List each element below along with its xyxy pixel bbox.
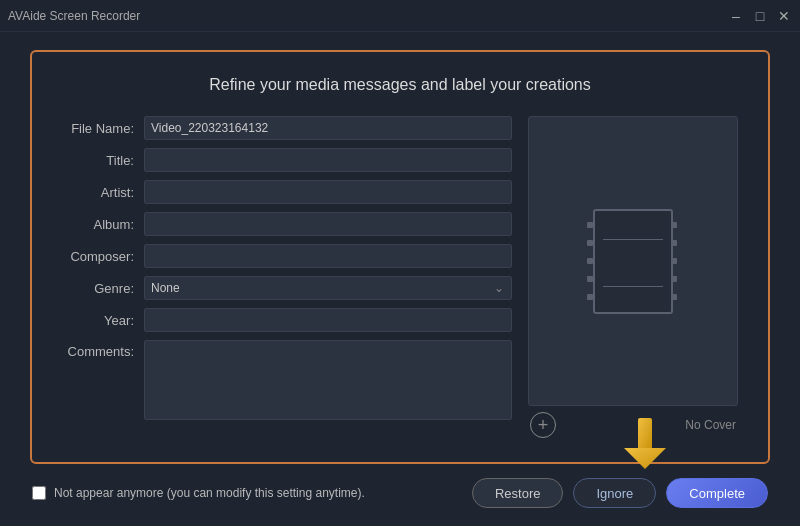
- close-button[interactable]: ✕: [776, 8, 792, 24]
- genre-select-wrapper: None ⌄: [144, 276, 512, 300]
- film-hole: [587, 294, 593, 300]
- genre-label: Genre:: [62, 281, 144, 296]
- comments-row: Comments:: [62, 340, 512, 438]
- not-appear-label: Not appear anymore (you can modify this …: [54, 486, 365, 500]
- artist-row: Artist:: [62, 180, 512, 204]
- artist-input[interactable]: [144, 180, 512, 204]
- main-content: Refine your media messages and label you…: [0, 32, 800, 526]
- title-row: Title:: [62, 148, 512, 172]
- form-area: File Name: Title: Artist: Album:: [62, 116, 738, 438]
- bottom-bar: Not appear anymore (you can modify this …: [30, 478, 770, 508]
- cover-art-box: [528, 116, 738, 406]
- checkbox-area: Not appear anymore (you can modify this …: [32, 486, 365, 500]
- add-cover-button[interactable]: +: [530, 412, 556, 438]
- film-hole: [671, 258, 677, 264]
- arrow-indicator: [620, 416, 670, 474]
- restore-button[interactable]: Restore: [472, 478, 564, 508]
- album-input[interactable]: [144, 212, 512, 236]
- title-input[interactable]: [144, 148, 512, 172]
- year-input[interactable]: [144, 308, 512, 332]
- filename-row: File Name:: [62, 116, 512, 140]
- comments-textarea[interactable]: [144, 340, 512, 420]
- film-hole: [587, 276, 593, 282]
- composer-row: Composer:: [62, 244, 512, 268]
- title-bar: AVAide Screen Recorder – □ ✕: [0, 0, 800, 32]
- comments-label: Comments:: [62, 340, 144, 359]
- album-label: Album:: [62, 217, 144, 232]
- film-notch-left: [587, 211, 595, 312]
- metadata-card: Refine your media messages and label you…: [30, 50, 770, 464]
- genre-row: Genre: None ⌄: [62, 276, 512, 300]
- film-hole: [671, 222, 677, 228]
- app-title: AVAide Screen Recorder: [8, 9, 140, 23]
- card-title: Refine your media messages and label you…: [62, 76, 738, 94]
- genre-select[interactable]: None: [144, 276, 512, 300]
- film-hole: [587, 258, 593, 264]
- film-hole: [587, 222, 593, 228]
- film-hole: [671, 294, 677, 300]
- composer-label: Composer:: [62, 249, 144, 264]
- not-appear-checkbox[interactable]: [32, 486, 46, 500]
- arrow-down-icon: [620, 416, 670, 471]
- film-strip: [593, 209, 673, 314]
- svg-rect-0: [638, 418, 652, 450]
- complete-button[interactable]: Complete: [666, 478, 768, 508]
- form-right: + No Cover: [528, 116, 738, 438]
- button-group: Restore Ignore Complete: [472, 478, 768, 508]
- cover-art-icon: [583, 201, 683, 321]
- title-bar-controls: – □ ✕: [728, 8, 792, 24]
- maximize-button[interactable]: □: [752, 8, 768, 24]
- filename-input[interactable]: [144, 116, 512, 140]
- title-bar-left: AVAide Screen Recorder: [8, 9, 140, 23]
- film-hole: [671, 240, 677, 246]
- artist-label: Artist:: [62, 185, 144, 200]
- ignore-button[interactable]: Ignore: [573, 478, 656, 508]
- composer-input[interactable]: [144, 244, 512, 268]
- film-notch-right: [671, 211, 679, 312]
- filename-label: File Name:: [62, 121, 144, 136]
- no-cover-label: No Cover: [685, 418, 736, 432]
- film-hole: [587, 240, 593, 246]
- minimize-button[interactable]: –: [728, 8, 744, 24]
- year-label: Year:: [62, 313, 144, 328]
- year-row: Year:: [62, 308, 512, 332]
- album-row: Album:: [62, 212, 512, 236]
- form-left: File Name: Title: Artist: Album:: [62, 116, 512, 438]
- film-hole: [671, 276, 677, 282]
- svg-marker-1: [624, 448, 666, 469]
- title-label: Title:: [62, 153, 144, 168]
